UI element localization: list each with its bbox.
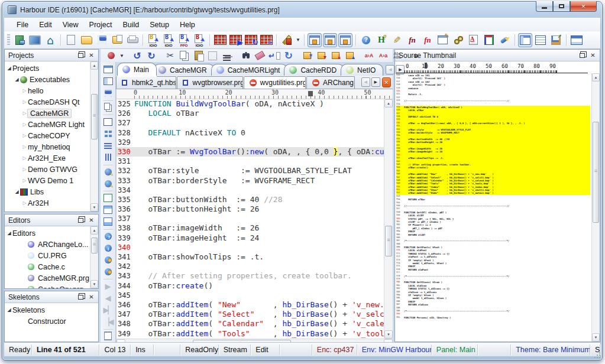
case-invert-icon[interactable] bbox=[391, 50, 404, 61]
scroll-up-icon[interactable]: ▲ bbox=[90, 226, 98, 235]
doc-list-icon[interactable] bbox=[102, 330, 114, 342]
thumbnail-view[interactable]: 315 case nID == 101316 alertC( 'Pressed … bbox=[395, 73, 600, 342]
new-file-icon[interactable] bbox=[64, 33, 78, 47]
dropdown-arrow-icon[interactable]: ▼ bbox=[296, 37, 300, 43]
doc-colors-icon[interactable] bbox=[482, 33, 496, 47]
tree-item-ar32h-exe[interactable]: ▷Ar32H_Exe bbox=[5, 152, 90, 164]
mark-set-icon[interactable] bbox=[315, 50, 328, 61]
tab-scroll-left-icon[interactable]: ◀ bbox=[386, 65, 394, 74]
project-tab-cachemgr[interactable]: CacheMGR bbox=[153, 64, 215, 76]
collapsed-arrow-icon[interactable]: ▷ bbox=[21, 144, 28, 150]
project-tab-main[interactable]: Main bbox=[117, 63, 157, 76]
editors-scrollbar[interactable]: ▲ ▼ bbox=[90, 226, 98, 288]
view-table-icon[interactable] bbox=[533, 33, 548, 47]
collapsed-arrow-icon[interactable]: ▷ bbox=[21, 99, 28, 105]
find-icon[interactable] bbox=[240, 50, 253, 61]
tree-item-cachemgr-light[interactable]: ▷CacheMGR Light bbox=[5, 119, 90, 130]
tree-item-cache-c[interactable]: Cache.c bbox=[5, 261, 90, 272]
float-panel-icon[interactable] bbox=[76, 293, 85, 301]
expanded-arrow-icon[interactable]: ◢ bbox=[6, 230, 12, 236]
float-panel-icon[interactable] bbox=[578, 51, 587, 60]
home-icon[interactable] bbox=[43, 33, 57, 47]
compile-io-icon[interactable]: B➤IOIO bbox=[146, 33, 160, 47]
build-rebuild-icon[interactable] bbox=[244, 33, 258, 47]
close-tab-icon[interactable]: ✕ bbox=[382, 77, 391, 87]
close-panel-icon[interactable]: ✕ bbox=[87, 293, 96, 301]
copy-icon[interactable] bbox=[178, 50, 191, 61]
float-panel-icon[interactable] bbox=[76, 51, 85, 60]
expanded-arrow-icon[interactable]: ◢ bbox=[6, 307, 12, 313]
globe-edit-icon[interactable] bbox=[102, 166, 114, 177]
minimize-button[interactable] bbox=[536, 1, 553, 12]
close-button[interactable]: ✕ bbox=[570, 1, 597, 12]
help2-icon[interactable] bbox=[102, 230, 114, 242]
scroll-down-icon[interactable]: ▼ bbox=[384, 330, 393, 339]
erase-icon[interactable] bbox=[254, 50, 267, 61]
expanded-arrow-icon[interactable]: ◢ bbox=[6, 66, 12, 71]
nav-prev-icon[interactable] bbox=[102, 292, 114, 304]
tree-item-cu-prg[interactable]: CU.PRG bbox=[5, 250, 90, 261]
collapsed-arrow-icon[interactable]: ▷ bbox=[21, 122, 28, 127]
pane-top-icon[interactable] bbox=[102, 204, 114, 216]
layout-a-icon[interactable] bbox=[308, 33, 322, 47]
redo-icon[interactable] bbox=[145, 50, 158, 61]
paste-icon[interactable] bbox=[192, 50, 205, 61]
case-upper-icon[interactable] bbox=[377, 50, 390, 61]
nav-last-icon[interactable] bbox=[102, 304, 114, 316]
scroll-down-icon[interactable]: ▼ bbox=[592, 333, 600, 342]
projects-scrollbar[interactable]: ▲ ▼ bbox=[90, 61, 98, 212]
expanded-arrow-icon[interactable]: ◢ bbox=[14, 77, 20, 82]
gears-icon[interactable] bbox=[451, 33, 465, 47]
win-new-icon[interactable] bbox=[102, 64, 114, 75]
tree-item-cachemgr-prg[interactable]: CacheMGR.prg bbox=[5, 272, 90, 284]
project-tab-netio[interactable]: NetIO bbox=[341, 64, 383, 76]
menu-item-build[interactable]: Build bbox=[117, 20, 144, 30]
copy2-icon[interactable] bbox=[102, 102, 114, 113]
select-box-icon[interactable] bbox=[206, 50, 219, 61]
collapsed-arrow-icon[interactable]: ▷ bbox=[21, 155, 28, 161]
properties-icon[interactable] bbox=[436, 33, 450, 47]
maximize-button[interactable] bbox=[553, 1, 570, 12]
tab-scroll-left-icon[interactable]: ◀ bbox=[361, 77, 370, 87]
case-lower-icon[interactable] bbox=[363, 50, 376, 61]
monitor-icon[interactable] bbox=[28, 33, 42, 47]
undo-icon[interactable] bbox=[131, 50, 144, 61]
pane-plain-icon[interactable] bbox=[102, 193, 114, 204]
tree-item-cacheqry-prg[interactable]: CacheQry.prg bbox=[5, 284, 90, 288]
tree-item-constructor[interactable]: Constructor bbox=[5, 316, 90, 327]
menu-item-edit[interactable]: Edit bbox=[34, 20, 57, 30]
overflow-icon[interactable] bbox=[410, 50, 423, 61]
scroll-down-icon[interactable]: ▼ bbox=[90, 280, 98, 288]
zoom-find-icon[interactable] bbox=[102, 254, 114, 265]
scroll-up-icon[interactable]: ▲ bbox=[90, 61, 98, 70]
tree-item-skeletons[interactable]: ◢Skeletons bbox=[5, 304, 90, 316]
tree-item-libs[interactable]: ◢Libs bbox=[5, 186, 90, 197]
doc-a-icon[interactable] bbox=[467, 33, 481, 47]
compile-io3-icon[interactable]: B➤IOIO bbox=[192, 33, 206, 47]
toolbar-grip[interactable] bbox=[7, 34, 10, 46]
project-tab-cachemgrlight[interactable]: CacheMGRLight bbox=[211, 64, 288, 76]
func-red-icon[interactable] bbox=[420, 33, 435, 47]
view-panel-icon[interactable] bbox=[518, 33, 532, 47]
tree-item-hello[interactable]: ▷hello bbox=[5, 85, 90, 96]
layout-b-icon[interactable] bbox=[323, 33, 337, 47]
format-code-icon[interactable] bbox=[221, 50, 234, 61]
tree-item-cachecopy[interactable]: ▷CacheCOPY bbox=[5, 130, 90, 141]
file-tab-hbmk2-qt-hbs[interactable]: hbmk2_qt.hbs bbox=[116, 76, 176, 89]
file-tab-wvgtbrowser-prg[interactable]: wvgtbrowser.prg bbox=[177, 76, 243, 89]
scroll-down-icon[interactable]: ▼ bbox=[90, 203, 98, 212]
tree-item-cachedash-qt[interactable]: ▷CacheDASH Qt bbox=[5, 96, 90, 108]
collapsed-arrow-icon[interactable]: ▷ bbox=[21, 178, 28, 183]
info2-icon[interactable] bbox=[102, 242, 114, 254]
layout-c-icon[interactable] bbox=[338, 33, 352, 47]
build-run-icon[interactable] bbox=[228, 33, 242, 47]
rows3-icon[interactable] bbox=[102, 140, 114, 151]
file-tab-wvgutilities-prg[interactable]: wvgutilities.prg bbox=[244, 76, 306, 89]
thumbnail-scrollbar[interactable]: ▲ ▼ bbox=[591, 73, 600, 342]
tree-item-archangelo-[interactable]: ARChangeLo... bbox=[5, 239, 90, 250]
collapsed-arrow-icon[interactable]: ▷ bbox=[21, 88, 28, 93]
editor-vscrollbar[interactable]: ▲ ▼ bbox=[384, 99, 393, 339]
collapsed-arrow-icon[interactable]: ▷ bbox=[21, 167, 28, 172]
open-file-icon[interactable] bbox=[110, 33, 124, 47]
collapsed-arrow-icon[interactable]: ▷ bbox=[21, 133, 28, 138]
